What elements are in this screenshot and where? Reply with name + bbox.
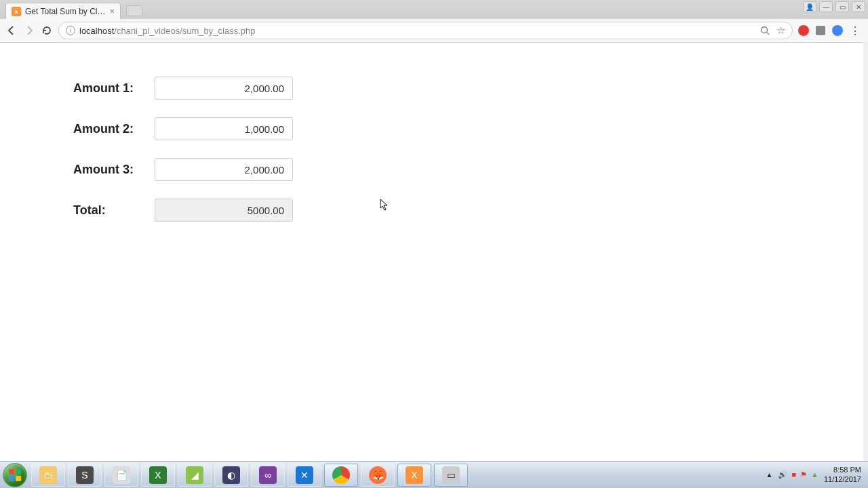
time-text: 8:58 PM xyxy=(824,466,861,474)
nav-bar: i localhost/chani_pl_videos/sum_by_class… xyxy=(0,19,868,42)
amount2-label: Amount 2: xyxy=(73,122,155,136)
zoom-icon[interactable] xyxy=(760,26,770,35)
forward-button[interactable] xyxy=(23,24,35,37)
start-button[interactable] xyxy=(3,463,27,487)
tab-bar: x Get Total Sum by Class N × 👤 — ▭ ✕ xyxy=(0,0,868,19)
profile-icon[interactable] xyxy=(832,25,843,36)
window-controls: 👤 — ▭ ✕ xyxy=(803,1,865,12)
maximize-button[interactable]: ▭ xyxy=(835,1,849,12)
amount3-label: Amount 3: xyxy=(73,163,155,177)
sublime-task[interactable]: S xyxy=(68,464,102,487)
tab-close-icon[interactable]: × xyxy=(109,6,115,16)
toolbar-right: ⋮ xyxy=(798,24,863,37)
system-tray: ▲ 🔊 ■ ⚑ ▲ 8:58 PM 11/12/2017 xyxy=(766,466,865,483)
reload-button[interactable] xyxy=(41,24,53,37)
explorer-task[interactable]: 🗀 xyxy=(31,464,65,487)
android-task[interactable]: ◢ xyxy=(178,464,212,487)
amount-row: Amount 2: xyxy=(73,117,868,140)
xampp-favicon: x xyxy=(12,7,21,16)
total-label: Total: xyxy=(73,203,155,218)
xampp-task[interactable]: X xyxy=(397,464,431,487)
url-bar[interactable]: i localhost/chani_pl_videos/sum_by_class… xyxy=(58,22,793,39)
clock[interactable]: 8:58 PM 11/12/2017 xyxy=(824,466,861,483)
browser-chrome: x Get Total Sum by Class N × 👤 — ▭ ✕ i l… xyxy=(0,0,868,43)
total-input xyxy=(155,199,293,222)
amount2-input[interactable] xyxy=(155,117,293,140)
browser-tab[interactable]: x Get Total Sum by Class N × xyxy=(5,3,121,19)
url-text: localhost/chani_pl_videos/sum_by_class.p… xyxy=(79,26,255,36)
action-icon[interactable]: ▲ xyxy=(811,470,818,479)
amount-row: Amount 3: xyxy=(73,158,868,181)
user-icon[interactable]: 👤 xyxy=(803,1,816,12)
volume-icon[interactable]: 🔊 xyxy=(778,470,787,479)
window-task[interactable]: ▭ xyxy=(434,464,468,487)
star-icon[interactable]: ☆ xyxy=(776,24,785,37)
site-info-icon[interactable]: i xyxy=(66,26,75,35)
back-button[interactable] xyxy=(5,24,18,37)
taskbar: 🗀 S 📄 X ◢ ◐ ∞ ✕ 🦊 X ▭ ▲ 🔊 ■ ⚑ ▲ 8:58 PM … xyxy=(0,461,868,488)
close-button[interactable]: ✕ xyxy=(852,1,865,12)
notepad-task[interactable]: 📄 xyxy=(104,464,138,487)
amount1-input[interactable] xyxy=(155,77,293,100)
excel-task[interactable]: X xyxy=(141,464,175,487)
date-text: 11/12/2017 xyxy=(824,475,861,484)
tab-title: Get Total Sum by Class N xyxy=(25,7,106,16)
svg-point-0 xyxy=(762,27,768,33)
chrome-task[interactable] xyxy=(324,464,358,487)
amount1-label: Amount 1: xyxy=(73,81,155,96)
vs-task[interactable]: ∞ xyxy=(251,464,285,487)
task-app[interactable]: ✕ xyxy=(288,464,321,487)
svg-line-1 xyxy=(767,33,770,35)
minimize-button[interactable]: — xyxy=(819,1,833,12)
shield-icon[interactable]: ⚑ xyxy=(800,470,807,479)
amount3-input[interactable] xyxy=(155,158,293,181)
menu-icon[interactable]: ⋮ xyxy=(850,24,860,37)
new-tab-button[interactable] xyxy=(126,5,142,16)
eclipse-task[interactable]: ◐ xyxy=(214,464,248,487)
amount-row: Amount 1: xyxy=(73,77,868,100)
page-content: Amount 1: Amount 2: Amount 3: Total: xyxy=(0,43,868,222)
scrollbar[interactable] xyxy=(863,42,868,461)
tray-chevron-icon[interactable]: ▲ xyxy=(766,471,772,479)
firefox-task[interactable]: 🦊 xyxy=(361,464,395,487)
extension-icon[interactable] xyxy=(798,25,809,36)
total-row: Total: xyxy=(73,199,868,222)
extension2-icon[interactable] xyxy=(816,26,825,35)
network-icon[interactable]: ■ xyxy=(791,470,796,479)
